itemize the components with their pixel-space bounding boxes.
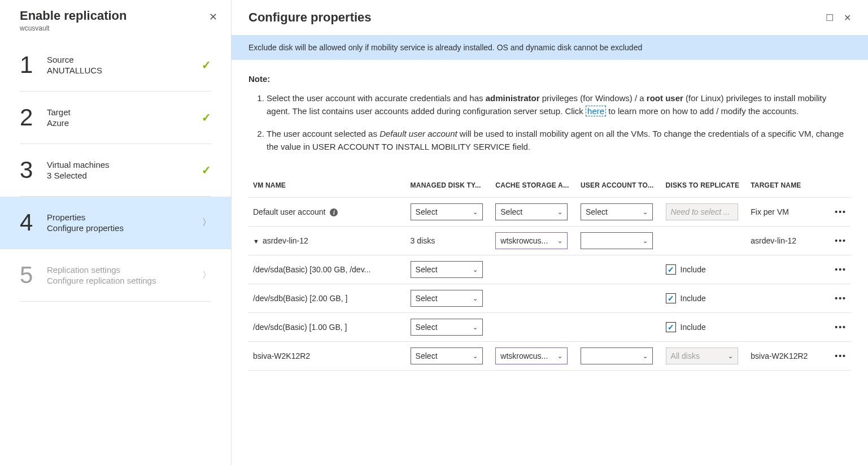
vm-name: asrdev-lin-12 bbox=[263, 236, 308, 245]
include-checkbox[interactable]: ✓Include bbox=[666, 322, 706, 332]
target-name: Fix per VM bbox=[746, 198, 827, 227]
vm-table: VM NAME MANAGED DISK TY... CACHE STORAGE… bbox=[248, 173, 851, 371]
cache-storage-select[interactable]: Select⌄ bbox=[495, 203, 568, 220]
chevron-down-icon: ⌄ bbox=[473, 266, 478, 273]
chevron-down-icon: ⌄ bbox=[557, 353, 562, 360]
row-disk-sdc: /dev/sdc(Basic) [1.00 GB, ] Select⌄ ✓Inc… bbox=[248, 313, 851, 342]
step-label: Target bbox=[47, 107, 202, 117]
learn-more-link[interactable]: here bbox=[586, 106, 606, 116]
managed-disk-text: 3 disks bbox=[406, 227, 491, 255]
cache-storage-select[interactable]: wtskrowcus...⌄ bbox=[495, 347, 568, 364]
left-panel: Enable replication wcusvault ✕ 1 Source … bbox=[0, 0, 232, 465]
managed-disk-select[interactable]: Select⌄ bbox=[411, 261, 483, 278]
step-vms[interactable]: 3 Virtual machines 3 Selected ✓ bbox=[20, 144, 211, 197]
step-sub: 3 Selected bbox=[47, 171, 202, 180]
disks-select-disabled: Need to select ... bbox=[666, 203, 738, 220]
step-number: 1 bbox=[20, 51, 47, 79]
managed-disk-select[interactable]: Select⌄ bbox=[411, 203, 483, 220]
more-icon[interactable]: ••• bbox=[835, 265, 847, 274]
chevron-down-icon: ⌄ bbox=[473, 353, 478, 360]
panel-title: Enable replication bbox=[20, 8, 127, 23]
col-vmname: VM NAME bbox=[248, 173, 406, 198]
include-checkbox[interactable]: ✓Include bbox=[666, 293, 706, 303]
chevron-down-icon: ⌄ bbox=[473, 295, 478, 302]
note-item-1: Select the user account with accurate cr… bbox=[267, 92, 851, 118]
row-disk-sda: /dev/sda(Basic) [30.00 GB, /dev... Selec… bbox=[248, 255, 851, 284]
step-label: Replication settings bbox=[47, 265, 202, 275]
chevron-down-icon: ⌄ bbox=[728, 353, 733, 360]
target-name: bsiva-W2K12R2 bbox=[746, 342, 827, 371]
step-sub: Configure replication settings bbox=[47, 276, 202, 285]
disks-select-disabled: All disks⌄ bbox=[666, 347, 738, 364]
maximize-icon[interactable]: ☐ bbox=[826, 12, 834, 23]
note-section: Note: Select the user account with accur… bbox=[232, 60, 868, 168]
cache-storage-select[interactable]: wtskrowcus...⌄ bbox=[495, 232, 568, 249]
disk-name: /dev/sdb(Basic) [2.00 GB, ] bbox=[248, 284, 406, 313]
disk-name: /dev/sdc(Basic) [1.00 GB, ] bbox=[248, 313, 406, 342]
chevron-down-icon: ⌄ bbox=[643, 208, 648, 216]
row-vm-bsiva: bsiva-W2K12R2 Select⌄ wtskrowcus...⌄ ⌄ A… bbox=[248, 342, 851, 371]
step-sub: Configure properties bbox=[47, 223, 202, 233]
col-user: USER ACCOUNT TO... bbox=[576, 173, 661, 198]
expand-toggle-icon[interactable]: ▼ bbox=[253, 238, 259, 245]
info-banner: Exclude disk will be allowed only if mob… bbox=[232, 35, 868, 60]
step-label: Virtual machines bbox=[47, 160, 202, 170]
chevron-right-icon: 〉 bbox=[202, 270, 211, 281]
more-icon[interactable]: ••• bbox=[835, 323, 847, 332]
wizard-steps: 1 Source ANUTALLUCS ✓ 2 Target Azure ✓ 3… bbox=[0, 39, 231, 302]
target-name: asrdev-lin-12 bbox=[746, 227, 827, 255]
panel-subtitle: wcusvault bbox=[20, 24, 127, 32]
step-number: 5 bbox=[20, 262, 47, 289]
check-icon: ✓ bbox=[202, 111, 211, 124]
more-icon[interactable]: ••• bbox=[835, 294, 847, 303]
chevron-right-icon: 〉 bbox=[202, 217, 211, 229]
step-number: 3 bbox=[20, 157, 47, 184]
step-replication-settings: 5 Replication settings Configure replica… bbox=[20, 249, 211, 302]
step-target[interactable]: 2 Target Azure ✓ bbox=[20, 92, 211, 144]
row-vm-asrdev: ▼asrdev-lin-12 3 disks wtskrowcus...⌄ ⌄ … bbox=[248, 227, 851, 255]
step-label: Source bbox=[47, 55, 202, 64]
col-managed: MANAGED DISK TY... bbox=[406, 173, 491, 198]
user-account-select[interactable]: ⌄ bbox=[581, 232, 653, 249]
step-source[interactable]: 1 Source ANUTALLUCS ✓ bbox=[20, 39, 211, 92]
close-icon[interactable]: ✕ bbox=[844, 12, 851, 23]
col-target: TARGET NAME bbox=[746, 173, 827, 198]
chevron-down-icon: ⌄ bbox=[557, 237, 562, 245]
more-icon[interactable]: ••• bbox=[835, 236, 847, 245]
col-disks: DISKS TO REPLICATE bbox=[661, 173, 747, 198]
include-checkbox[interactable]: ✓Include bbox=[666, 264, 706, 275]
step-sub: Azure bbox=[47, 118, 202, 128]
managed-disk-select[interactable]: Select⌄ bbox=[411, 319, 483, 336]
chevron-down-icon: ⌄ bbox=[473, 208, 478, 216]
step-sub: ANUTALLUCS bbox=[47, 66, 202, 75]
managed-disk-select[interactable]: Select⌄ bbox=[411, 290, 483, 307]
default-account-label: Default user account bbox=[253, 207, 325, 216]
disk-name: /dev/sda(Basic) [30.00 GB, /dev... bbox=[248, 255, 406, 284]
step-properties[interactable]: 4 Properties Configure properties 〉 bbox=[0, 197, 231, 249]
check-icon: ✓ bbox=[202, 163, 211, 177]
check-icon: ✓ bbox=[202, 58, 211, 72]
user-account-select[interactable]: Select⌄ bbox=[581, 203, 653, 220]
chevron-down-icon: ⌄ bbox=[473, 324, 478, 331]
col-cache: CACHE STORAGE A... bbox=[491, 173, 576, 198]
info-icon[interactable]: i bbox=[330, 208, 338, 216]
close-icon[interactable]: ✕ bbox=[207, 8, 220, 25]
step-number: 4 bbox=[20, 209, 47, 236]
page-title: Configure properties bbox=[248, 10, 372, 25]
managed-disk-select[interactable]: Select⌄ bbox=[411, 347, 483, 364]
note-label: Note: bbox=[248, 74, 851, 84]
chevron-down-icon: ⌄ bbox=[557, 208, 562, 216]
note-item-2: The user account selected as Default use… bbox=[267, 127, 851, 154]
right-panel: Configure properties ☐ ✕ Exclude disk wi… bbox=[232, 0, 868, 465]
step-label: Properties bbox=[47, 212, 202, 222]
chevron-down-icon: ⌄ bbox=[643, 353, 648, 360]
user-account-select[interactable]: ⌄ bbox=[581, 347, 653, 364]
step-number: 2 bbox=[20, 104, 47, 131]
more-icon[interactable]: ••• bbox=[835, 207, 847, 216]
row-disk-sdb: /dev/sdb(Basic) [2.00 GB, ] Select⌄ ✓Inc… bbox=[248, 284, 851, 313]
chevron-down-icon: ⌄ bbox=[643, 237, 648, 245]
more-icon[interactable]: ••• bbox=[835, 351, 847, 360]
row-default-account: Default user account i Select⌄ Select⌄ S… bbox=[248, 198, 851, 227]
vm-name: bsiva-W2K12R2 bbox=[248, 342, 406, 371]
